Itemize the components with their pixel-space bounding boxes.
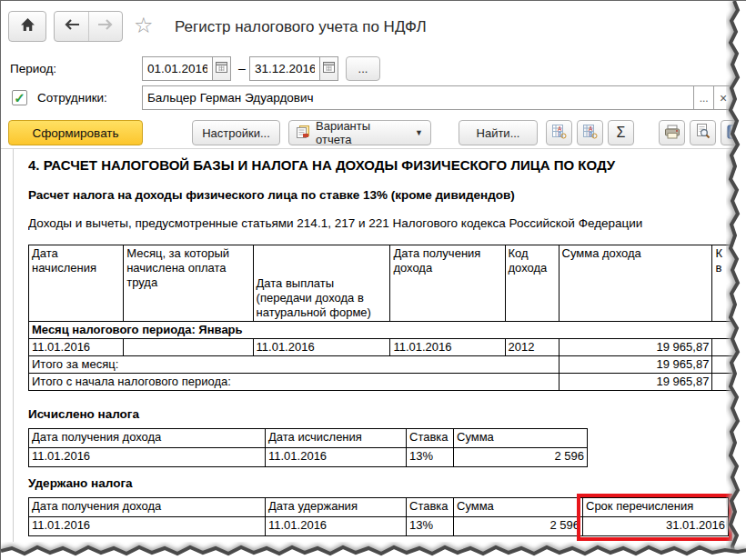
col-header: Дата исчисления: [266, 429, 407, 448]
preview-icon: [695, 124, 711, 142]
cell-clipped: [712, 356, 746, 374]
nav-buttons: [54, 11, 123, 42]
generate-button[interactable]: Сформировать: [8, 120, 143, 145]
total-period-value: 19 965,87: [559, 374, 712, 391]
report-note: Доходы и вычеты, предусмотренные статьям…: [28, 216, 746, 230]
col-header: Дата получения дохода: [390, 245, 505, 322]
cell-amount: 2 596: [454, 448, 588, 467]
back-arrow-icon: [64, 18, 80, 35]
total-period-row: Итого с начала налогового периода: 19 96…: [29, 374, 746, 391]
find-label: Найти...: [477, 126, 520, 140]
col-header: Ставка: [407, 498, 454, 517]
table-row: 11.01.2016 11.01.2016 11.01.2016 2012 19…: [29, 339, 746, 356]
employees-checkbox[interactable]: ✓: [12, 90, 27, 105]
back-button[interactable]: [55, 12, 88, 41]
home-button[interactable]: [8, 11, 46, 42]
collapse-groups-icon: AB: [582, 124, 598, 142]
ellipsis-label: ...: [358, 62, 368, 75]
highlight-annotation-box: [577, 494, 732, 541]
col-header: Ставка: [407, 429, 454, 448]
employees-field: ... ×: [142, 85, 733, 110]
col-header: Дата получения дохода: [29, 429, 266, 448]
period-more-button[interactable]: ...: [346, 56, 380, 81]
income-table-wrapper: Дата начисления Месяц, за который начисл…: [28, 245, 746, 391]
period-to-input[interactable]: [250, 57, 319, 80]
cell-income-amount: 19 965,87: [559, 339, 712, 356]
total-period-label: Итого с начала налогового периода:: [29, 374, 560, 391]
cell-calc-date: 11.01.2016: [266, 448, 407, 467]
period-label: Период:: [10, 62, 56, 75]
period-from-field: [142, 56, 231, 81]
print-button[interactable]: [659, 120, 685, 145]
period-dash: –: [238, 61, 246, 75]
total-month-value: 19 965,87: [559, 356, 712, 374]
cell-rate: 13%: [407, 448, 454, 467]
withheld-title: Удержано налога: [28, 476, 133, 490]
cell-clipped: [712, 374, 746, 391]
col-header: Сумма: [454, 429, 588, 448]
ellipsis-label: ...: [700, 92, 709, 105]
period-from-calendar-button[interactable]: [212, 57, 230, 80]
cell-withhold-date: 11.01.2016: [266, 517, 407, 536]
table-row: 11.01.2016 11.01.2016 13% 2 596: [29, 448, 588, 467]
sigma-icon: Σ: [617, 125, 626, 141]
col-header: Дата выплаты (передачи дохода в натураль…: [253, 245, 390, 322]
cell-accrual-date: 11.01.2016: [29, 339, 124, 356]
expand-groups-button[interactable]: AB: [546, 120, 572, 145]
total-month-label: Итого за месяц:: [29, 356, 560, 374]
cell-rate: 13%: [407, 517, 454, 536]
employees-input[interactable]: [143, 86, 693, 109]
chevron-down-icon: ▼: [415, 128, 423, 137]
col-header: Код дохода: [505, 245, 559, 322]
favorite-star-icon[interactable]: ☆: [134, 15, 154, 36]
report-variants-button[interactable]: Варианты отчета ▼: [288, 120, 431, 145]
print-icon: [664, 125, 680, 142]
settings-button[interactable]: Настройки...: [192, 120, 280, 145]
forward-arrow-icon: [97, 18, 114, 35]
cell-payment-date: 11.01.2016: [253, 339, 390, 356]
save-button[interactable]: [721, 120, 746, 145]
report-variants-label: Варианты отчета: [316, 119, 406, 146]
cell-receipt-date: 11.01.2016: [390, 339, 505, 356]
col-header: Месяц, за который начислена оплата труда: [124, 245, 253, 322]
calendar-icon: [216, 62, 227, 75]
period-to-calendar-button[interactable]: [319, 57, 338, 80]
report-left-border: [13, 149, 14, 542]
col-header: Сумма дохода: [559, 245, 712, 322]
col-header: Дата начисления: [29, 245, 124, 322]
calculated-table-wrapper: Дата получения дохода Дата исчисления Ст…: [28, 428, 588, 467]
forward-button[interactable]: [88, 12, 122, 41]
torn-edge-bottom: [1, 539, 746, 560]
preview-button[interactable]: [690, 120, 716, 145]
toolbar-separator: [1, 148, 746, 149]
cell-receipt-date: 11.01.2016: [29, 517, 266, 536]
calendar-icon: [323, 62, 335, 75]
col-header: Дата получения дохода: [29, 498, 266, 517]
employees-label: Сотрудники:: [37, 91, 107, 105]
calculated-table: Дата получения дохода Дата исчисления Ст…: [28, 428, 588, 467]
col-header: Дата удержания: [266, 498, 407, 517]
total-month-row: Итого за месяц: 19 965,87: [29, 356, 746, 374]
employees-clear-button[interactable]: ×: [713, 86, 732, 109]
clear-icon: ×: [720, 91, 727, 105]
find-button[interactable]: Найти...: [459, 120, 538, 145]
home-icon: [20, 18, 35, 35]
period-to-field: [249, 56, 338, 81]
window-title: Регистр налогового учета по НДФЛ: [175, 18, 427, 36]
income-table: Дата начисления Месяц, за который начисл…: [28, 245, 746, 391]
generate-label: Сформировать: [32, 126, 118, 140]
col-header-clipped: Кв: [712, 245, 746, 322]
report-heading: 4. РАСЧЕТ НАЛОГОВОЙ БАЗЫ И НАЛОГА НА ДОХ…: [28, 157, 745, 173]
cell-receipt-date: 11.01.2016: [29, 448, 266, 467]
collapse-groups-button[interactable]: AB: [577, 120, 603, 145]
report-variants-icon: [297, 125, 310, 141]
expand-groups-icon: AB: [551, 124, 567, 142]
calculated-title: Исчислено налога: [28, 407, 139, 421]
settings-label: Настройки...: [202, 126, 270, 140]
totals-button[interactable]: Σ: [608, 120, 634, 145]
employees-more-button[interactable]: ...: [693, 86, 713, 109]
period-from-input[interactable]: [143, 57, 212, 80]
save-icon: [727, 125, 741, 142]
checkmark-icon: ✓: [14, 91, 25, 105]
report-subtitle: Расчет налога на доходы физического лица…: [28, 188, 515, 202]
